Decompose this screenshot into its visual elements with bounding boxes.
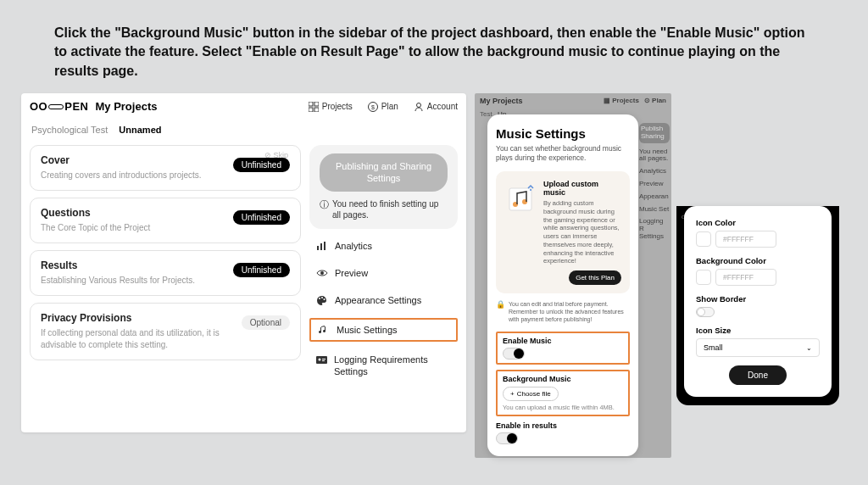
icon-size-label: Icon Size: [696, 326, 820, 335]
bg-crumb: Test: [480, 110, 492, 118]
show-border-label: Show Border: [696, 294, 820, 304]
modal-title: Music Settings: [496, 126, 630, 141]
icon-size-select[interactable]: Small ⌄: [696, 338, 820, 357]
bg-nav-projects: ▦ Projects: [604, 97, 639, 105]
svg-rect-9: [324, 242, 326, 250]
bg-color-swatch[interactable]: [696, 270, 711, 285]
card-questions[interactable]: Questions The Core Topic of the Project …: [30, 198, 301, 243]
sidebar-appearance[interactable]: Appearance Settings: [309, 290, 458, 311]
dashboard-body: ⊘ Skip Cover Creating covers and introdu…: [21, 140, 466, 391]
enable-results-section: Enable in results: [496, 421, 630, 444]
upload-title: Upload custom music: [543, 180, 621, 197]
page-list: ⊘ Skip Cover Creating covers and introdu…: [30, 145, 301, 382]
svg-rect-16: [322, 359, 326, 360]
sidebar-label: Preview: [335, 268, 368, 278]
analytics-icon: [316, 241, 328, 251]
svg-rect-1: [314, 102, 319, 106]
modal-subtitle: You can set whether background music pla…: [496, 144, 630, 163]
status-badge: Optional: [242, 315, 290, 330]
breadcrumb: Psychological Test Unnamed: [21, 120, 466, 140]
person-icon: [414, 102, 424, 112]
upload-card: Upload custom music By adding custom bac…: [496, 171, 630, 293]
logo: OOPEN: [30, 100, 88, 113]
nav-plan-label: Plan: [381, 102, 398, 111]
badge-icon: [316, 354, 327, 364]
icon-color-swatch[interactable]: [696, 231, 711, 247]
card-desc: If collecting personal data and its util…: [41, 327, 244, 351]
status-badge: Unfinished: [233, 263, 290, 277]
enable-results-label: Enable in results: [496, 421, 630, 430]
card-cover[interactable]: ⊘ Skip Cover Creating covers and introdu…: [30, 145, 301, 191]
dollar-icon: $: [368, 102, 378, 112]
background-music-section: Background Music + Choose file You can u…: [496, 370, 630, 416]
nav-projects[interactable]: Projects: [309, 102, 353, 112]
svg-point-11: [319, 298, 320, 299]
icon-color-field: Icon Color #FFFFFF: [696, 218, 820, 248]
nav-projects-label: Projects: [322, 102, 353, 111]
bg-sidebar-hints: Publish Sharing You need all pages. Anal…: [637, 120, 671, 244]
status-badge: Unfinished: [233, 210, 290, 225]
nav-plan[interactable]: $ Plan: [368, 102, 398, 112]
upload-desc: By adding custom background music during…: [543, 199, 621, 265]
lock-icon: 🔒: [496, 300, 505, 310]
show-border-toggle[interactable]: [696, 307, 715, 317]
bg-title: My Projects: [480, 97, 523, 105]
svg-point-15: [319, 358, 321, 360]
sidebar-music-settings[interactable]: Music Settings: [309, 318, 458, 342]
breadcrumb-name: Unnamed: [119, 125, 161, 135]
sidebar-label: Analytics: [335, 241, 372, 251]
nav-account[interactable]: Account: [414, 102, 458, 112]
svg-rect-3: [314, 108, 319, 112]
sidebar-label: Logging Requirements Settings: [334, 354, 451, 378]
svg-rect-7: [317, 246, 319, 250]
done-button[interactable]: Done: [729, 365, 787, 385]
nav-account-label: Account: [427, 102, 458, 111]
svg-rect-8: [320, 243, 322, 250]
palette-icon: [316, 295, 328, 306]
icon-size-field: Icon Size Small ⌄: [696, 326, 820, 357]
background-music-label: Background Music: [503, 375, 623, 383]
chevron-down-icon: ⌄: [806, 344, 812, 352]
svg-point-12: [321, 297, 323, 298]
header-title: My Projects: [95, 100, 157, 113]
file-note: You can upload a music file within 4MB.: [503, 404, 623, 411]
svg-text:$: $: [371, 104, 375, 110]
sidebar-logging[interactable]: Logging Requirements Settings: [309, 348, 458, 383]
bg-color-label: Background Color: [696, 256, 820, 265]
sidebar-label: Appearance Settings: [335, 295, 421, 305]
dashboard-panel: OOPEN My Projects Projects $ Plan Accoun…: [21, 93, 466, 432]
publish-box: Publishing and Sharing Settings ⓘ You ne…: [309, 145, 458, 229]
bg-nav-plan: ⊙ Plan: [644, 97, 666, 105]
bg-color-field: Background Color #FFFFFF: [696, 256, 820, 286]
icon-color-input[interactable]: #FFFFFF: [715, 231, 776, 248]
choose-file-button[interactable]: + Choose file: [503, 387, 559, 401]
status-badge: Unfinished: [233, 158, 290, 172]
card-privacy[interactable]: Privacy Provisions If collecting persona…: [30, 303, 301, 360]
enable-music-section: Enable Music: [496, 332, 630, 365]
enable-results-toggle[interactable]: [496, 432, 518, 444]
svg-rect-0: [309, 102, 313, 106]
sidebar-analytics[interactable]: Analytics: [309, 236, 458, 256]
svg-point-13: [324, 298, 326, 300]
top-nav: Projects $ Plan Account: [309, 102, 458, 112]
music-settings-modal: Music Settings You can set whether backg…: [487, 114, 638, 456]
color-settings-modal: Icon Color #FFFFFF Background Color #FFF…: [684, 206, 832, 397]
publish-button[interactable]: Publishing and Sharing Settings: [320, 153, 448, 192]
show-border-field: Show Border: [696, 294, 820, 317]
music-icon: [318, 325, 330, 335]
get-plan-button[interactable]: Get this Plan: [569, 270, 621, 285]
plus-icon: +: [510, 390, 515, 398]
instruction-text: Click the "Background Music" button in t…: [54, 24, 814, 81]
warning-note: 🔒 You can edit and trial before payment.…: [496, 300, 630, 323]
svg-rect-2: [309, 108, 313, 112]
card-results[interactable]: Results Establishing Various Results for…: [30, 250, 301, 296]
enable-music-toggle[interactable]: [503, 348, 525, 360]
icon-color-label: Icon Color: [696, 218, 820, 227]
enable-music-label: Enable Music: [503, 337, 623, 345]
music-illustration-icon: [504, 183, 537, 215]
bg-color-input[interactable]: #FFFFFF: [715, 269, 776, 286]
breadcrumb-category: Psychological Test: [31, 125, 108, 135]
sidebar-label: Music Settings: [337, 325, 398, 335]
eye-icon: [316, 269, 328, 277]
sidebar-preview[interactable]: Preview: [309, 263, 458, 283]
